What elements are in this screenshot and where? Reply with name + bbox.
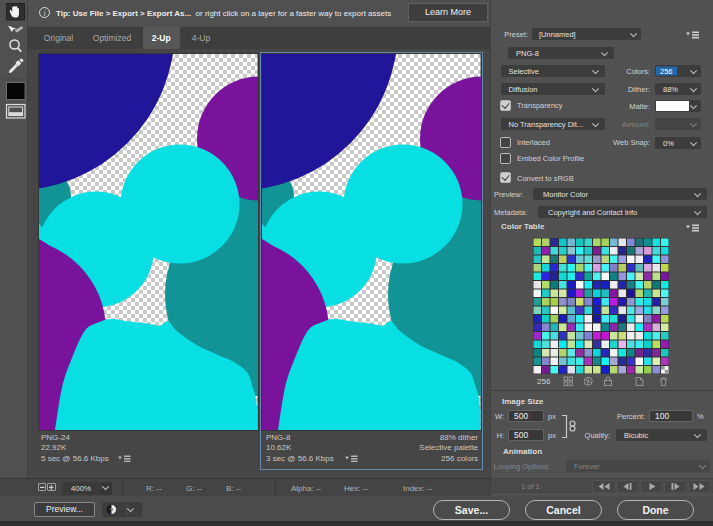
svg-text:?: ? [109, 506, 114, 515]
